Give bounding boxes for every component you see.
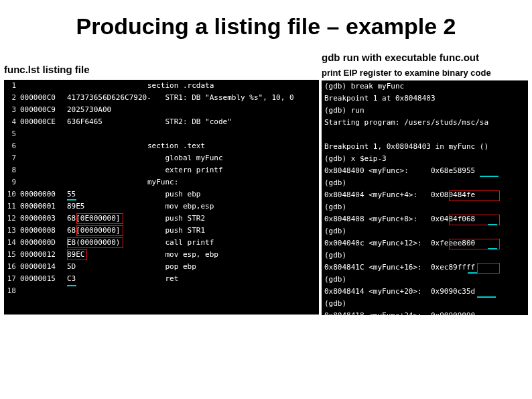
left-column: func.lst listing file 1section .rcdata 2… [4,52,319,315]
lst-row: 110000000189E5 mov ebp,esp [4,201,319,213]
gdb-line: (gdb) [322,201,528,213]
lst-row: 130000000868[00000000] push STR1 [4,225,319,237]
right-column: gdb run with executable func.out print E… [322,52,528,315]
gdb-line: (gdb) [322,274,528,286]
lst-row: 9myFunc: [4,176,319,188]
lst-row: 5 [4,128,319,140]
page-title: Producing a listing file – example 2 [0,0,532,52]
gdb-line: Starting program: /users/studs/msc/sa [322,117,528,129]
gdb-line: 0x8048404 <myFunc+4>: 0x080484fe [322,189,528,201]
lst-row: 2000000C0417373656D626C7920- STR1: DB "A… [4,92,319,104]
gdb-terminal: (gdb) break myFunc Breakpoint 1 at 0x804… [322,80,528,315]
gdb-line: (gdb) [322,298,528,310]
gdb-line: (gdb) run [322,105,528,117]
gdb-line: Breakpoint 1 at 0x8048403 [322,93,528,105]
lst-row: 3000000C92025730A00 [4,104,319,116]
lst-row: 16000000145D pop ebp [4,261,319,273]
gdb-line: 0x8048418 <myFunc+24>: 0x90909090 [322,310,528,322]
gdb-line: (gdb) [322,177,528,189]
lst-row: 140000000DE8(00000000) call printf [4,237,319,249]
gdb-line: 0x004040c <myFunc+12>: 0xfeeee800 [322,237,528,249]
gdb-line [322,129,528,141]
lst-row: 18 [4,285,319,297]
lst-row: 1section .rcdata [4,80,319,92]
gdb-line: (gdb) [322,249,528,262]
lst-row: 150000001289EC mov esp, ebp [4,249,319,261]
lst-row: 1700000015C3 ret [4,273,319,285]
lst-row: 120000000368[0E000000] push STR2 [4,213,319,225]
listing-terminal: 1section .rcdata 2000000C0417373656D626C… [4,80,319,315]
gdb-line: (gdb) x $eip-3 [322,153,528,165]
lst-row: 6section .text [4,140,319,152]
gdb-line: 0x8048414 <myFunc+20>: 0x9090c35d [322,286,528,298]
gdb-line: (gdb) break myFunc [322,80,528,93]
lst-row: 4000000CE636F6465 STR2: DB "code" [4,116,319,128]
left-heading: func.lst listing file [4,64,319,80]
lst-row: 100000000055 push ebp [4,188,319,201]
lst-row: 7 global myFunc [4,152,319,164]
lst-row: 8 extern printf [4,164,319,176]
gdb-line: 0x804841C <myFunc+16>: 0xec89ffff [322,262,528,274]
two-column-layout: func.lst listing file 1section .rcdata 2… [0,52,532,315]
gdb-line: 0x8048400 <myFunc>: 0x68e58955 [322,165,528,177]
gdb-line: Breakpoint 1, 0x08048403 in myFunc () [322,141,528,153]
gdb-line: (gdb) [322,225,528,237]
right-heading-1: gdb run with executable func.out [322,52,528,68]
right-heading-2: print EIP register to examine binary cod… [322,68,528,80]
gdb-line: 0x8048408 <myFunc+8>: 0x0484f068 [322,213,528,225]
